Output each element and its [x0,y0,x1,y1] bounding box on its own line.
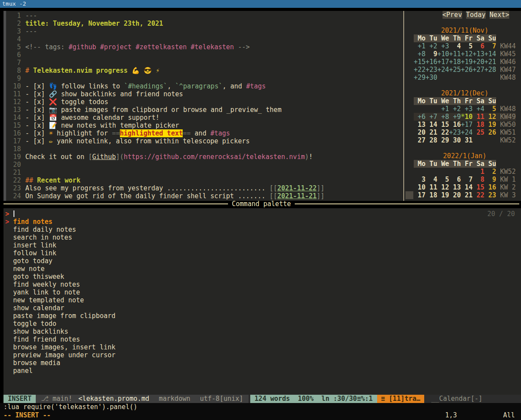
palette-item[interactable]: follow link [3,249,521,257]
calendar-day[interactable]: 4 [449,42,461,50]
calendar-day[interactable]: 19 [484,121,496,129]
palette-item[interactable]: show calendar [3,304,521,312]
editor-line[interactable]: 17- [x] ✏ yank notelink, also from withi… [6,137,403,145]
editor-line[interactable]: 20 [6,161,403,169]
calendar-day[interactable]: 5 [484,105,496,113]
palette-item[interactable]: find friend notes [3,335,521,343]
calendar-day[interactable]: +15 [414,58,426,66]
calendar-day[interactable]: +6 [414,113,426,121]
palette-prompt[interactable]: >20 / 20 [3,210,521,218]
palette-item[interactable]: find daily notes [3,226,521,234]
calendar-day[interactable]: 28 [426,136,437,144]
editor-line[interactable]: 13- [x] 📷 paste images from clipboard or… [6,106,403,114]
editor-line[interactable]: 6 [6,51,403,59]
calendar-day[interactable]: 19 [437,191,449,199]
calendar-day[interactable]: 21 [426,129,437,136]
calendar-day[interactable]: 6 [473,42,484,50]
calendar-day[interactable]: +27 [473,66,484,74]
palette-item-selected[interactable]: > find notes [3,218,521,226]
calendar-day[interactable]: 29 [437,136,449,144]
calendar-day[interactable]: +10 [437,50,449,58]
palette-item[interactable]: search in notes [3,234,521,241]
calendar-day[interactable]: 14 [426,121,437,129]
calendar-day[interactable]: 26 [484,129,496,136]
calendar-day[interactable]: 13 [414,121,426,129]
calendar-day[interactable]: 22 [473,191,484,199]
editor-line[interactable]: 14- [x] 📅 awesome calendar support! [6,114,403,122]
calendar-day[interactable]: +23 [426,66,437,74]
palette-item[interactable]: new note [3,265,521,273]
calendar-day[interactable]: 17 [414,191,426,199]
calendar-day[interactable]: 10 [414,183,426,191]
calendar-day[interactable]: 13 [449,183,461,191]
editor-line[interactable]: 8# Telekasten.nvim progress 💪 😎 ⚡ [6,67,403,75]
calendar-day[interactable]: 20 [449,191,461,199]
calendar-day[interactable]: +9 [449,113,461,121]
calendar-day[interactable]: 18 [426,191,437,199]
palette-item[interactable]: yank link to note [3,288,521,296]
palette-item[interactable]: new templated note [3,296,521,304]
calendar-day[interactable]: +3 [461,105,473,113]
calendar-day[interactable]: +11 [449,50,461,58]
editor-line[interactable]: 9 [6,75,403,82]
calendar-day[interactable]: +8 [414,50,426,58]
calendar-day[interactable]: +20 [473,58,484,66]
calendar-day[interactable]: +7 [426,113,437,121]
calendar-day[interactable]: 31 [461,136,473,144]
palette-item[interactable]: browse images, insert link [3,343,521,351]
calendar-day[interactable]: +8 [437,113,449,121]
palette-item[interactable]: goto today [3,257,521,265]
calendar-day[interactable]: 14 [461,183,473,191]
next-button[interactable]: Next> [490,11,509,19]
calendar-day[interactable]: +24 [461,129,473,136]
calendar-day[interactable]: 7 [484,42,496,50]
calendar-day[interactable]: 23 [484,191,496,199]
calendar-day[interactable]: +1 [414,42,426,50]
calendar-day[interactable]: 5 [437,176,449,183]
palette-item[interactable]: find weekly notes [3,281,521,288]
calendar-day[interactable]: +23 [449,129,461,136]
editor-line[interactable]: 21 [6,169,403,176]
calendar-day[interactable]: 2 [484,168,496,176]
calendar-day[interactable]: 3 [414,176,426,183]
editor-line[interactable]: 1--- [6,12,403,20]
calendar-day[interactable]: 6 [449,176,461,183]
calendar-day[interactable]: +29 [414,74,426,81]
palette-item[interactable]: paste image from clipboard [3,312,521,320]
editor-line[interactable]: 5<!-- tags: #github #project #zettelkast… [6,43,403,51]
prev-button[interactable]: <Prev [443,11,462,19]
palette-item[interactable]: show backlinks [3,328,521,335]
editor-line[interactable]: 24On Sunday we got rid of the daily find… [6,192,403,200]
palette-item[interactable]: browse media [3,359,521,367]
calendar-day[interactable]: 15 [473,183,484,191]
calendar-day[interactable]: +21 [484,58,496,66]
calendar-day[interactable]: +17 [461,121,473,129]
calendar-day[interactable]: 20 [414,129,426,136]
calendar-day[interactable]: 12 [437,183,449,191]
editor-line[interactable]: 22## Recent work [6,176,403,184]
palette-item[interactable]: panel [3,367,521,375]
calendar-day[interactable]: 21 [461,191,473,199]
calendar-day[interactable]: +14 [484,50,496,58]
calendar-day[interactable]: +26 [461,66,473,74]
calendar-day[interactable]: 11 [473,113,484,121]
calendar-day[interactable]: 1 [473,168,484,176]
calendar-day[interactable]: +19 [461,58,473,66]
calendar-day[interactable]: +4 [473,105,484,113]
editor-line[interactable]: 11- [x] 🔗 show backlinks and friend note… [6,90,403,98]
calendar-day[interactable]: 25 [473,129,484,136]
command-line[interactable]: :lua require('telekasten').panel() [0,403,521,411]
editor-line[interactable]: 23Also see my progress from yesterday ..… [6,184,403,192]
calendar-day[interactable]: +18 [449,58,461,66]
calendar-day[interactable]: +12 [461,50,473,58]
calendar-day[interactable]: +24 [437,66,449,74]
calendar-day[interactable]: +25 [449,66,461,74]
editor-line[interactable]: 7 [6,59,403,67]
calendar-day[interactable]: 9 [426,50,437,58]
calendar-day[interactable]: +2 [449,105,461,113]
calendar-day[interactable]: 15 [437,121,449,129]
calendar-day[interactable]: 30 [449,136,461,144]
editor-line[interactable]: 16- [x] ☀ highlight for ==highlighted te… [6,129,403,137]
calendar-day[interactable]: 12 [484,113,496,121]
calendar-day[interactable]: 4 [426,176,437,183]
